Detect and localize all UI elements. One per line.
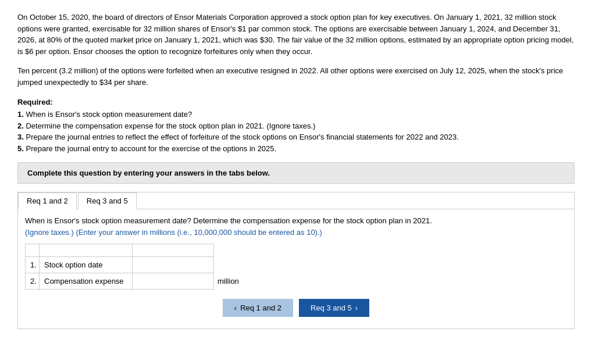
- row-2-unit: million: [214, 273, 255, 290]
- intro-paragraph-1: On October 15, 2020, the board of direct…: [17, 12, 575, 57]
- next-button-label: Req 3 and 5: [311, 304, 352, 312]
- tabs-header: Req 1 and 2 Req 3 and 5: [18, 192, 574, 209]
- row-2-input-cell: [133, 273, 214, 290]
- next-chevron-icon: ›: [355, 304, 358, 312]
- required-item-5: 5. Prepare the journal entry to account …: [17, 143, 575, 155]
- tab-content: When is Ensor's stock option measurement…: [18, 209, 574, 329]
- prev-button-label: Req 1 and 2: [240, 304, 281, 312]
- required-label: Required:: [17, 96, 575, 109]
- table-row: 1. Stock option date: [26, 257, 255, 273]
- row-1-label: Stock option date: [40, 257, 133, 273]
- question-text: When is Ensor's stock option measurement…: [25, 215, 567, 238]
- prev-chevron-icon: ‹: [234, 304, 237, 312]
- prev-button[interactable]: ‹ Req 1 and 2: [223, 299, 293, 317]
- required-section: Required: 1. When is Ensor's stock optio…: [17, 96, 575, 154]
- tab-req-1-and-2[interactable]: Req 1 and 2: [18, 192, 77, 209]
- row-1-input-cell: [133, 257, 214, 273]
- tab-req-3-and-5[interactable]: Req 3 and 5: [78, 192, 137, 209]
- required-item-2: 2. Determine the compensation expense fo…: [17, 120, 575, 132]
- answer-table: 1. Stock option date 2. Compensation exp…: [25, 244, 255, 290]
- next-button[interactable]: Req 3 and 5 ›: [299, 299, 369, 317]
- row-1-unit: [214, 257, 255, 273]
- row-1-num: 1.: [26, 257, 40, 273]
- table-header-row: [26, 244, 255, 257]
- required-item-1: 1. When is Ensor's stock option measurem…: [17, 109, 575, 120]
- nav-buttons: ‹ Req 1 and 2 Req 3 and 5 ›: [25, 299, 567, 317]
- intro-paragraph-2: Ten percent (3.2 million) of the options…: [17, 65, 575, 88]
- compensation-expense-input[interactable]: [137, 276, 209, 287]
- table-row: 2. Compensation expense million: [26, 273, 255, 290]
- stock-option-date-input[interactable]: [137, 259, 209, 270]
- row-2-num: 2.: [26, 273, 40, 290]
- complete-box: Complete this question by entering your …: [17, 162, 575, 184]
- required-item-3: 3. Prepare the journal entries to reflec…: [17, 131, 575, 143]
- tabs-container: Req 1 and 2 Req 3 and 5 When is Ensor's …: [17, 192, 575, 329]
- row-2-label: Compensation expense: [40, 273, 133, 290]
- main-content: On October 15, 2020, the board of direct…: [17, 12, 575, 329]
